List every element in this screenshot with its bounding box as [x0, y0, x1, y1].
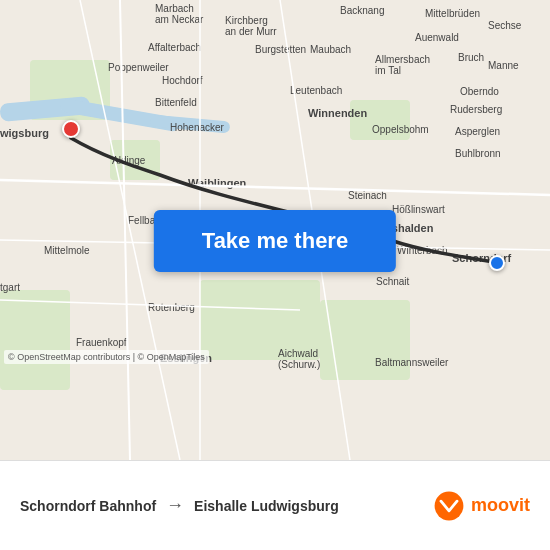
- route-info: Schorndorf Bahnhof → Eishalle Ludwigsbur…: [20, 495, 433, 516]
- town-maubach: Maubach: [310, 44, 351, 55]
- arrow-icon: →: [166, 495, 184, 516]
- town-rudersberg: Rudersberg: [450, 104, 502, 115]
- town-bittenfeld: Bittenfeld: [155, 97, 197, 108]
- town-ludwigsburg: wigsburg: [0, 127, 49, 139]
- town-poppenweiler: Poppenweiler: [108, 62, 169, 73]
- town-winnenden: Winnenden: [308, 107, 367, 119]
- town-allmersbach: Allmersbachim Tal: [375, 54, 430, 76]
- town-bruch: Bruch: [458, 52, 484, 63]
- moovit-logo-text: moovit: [471, 495, 530, 516]
- town-aichwald: Aichwald(Schurw.): [278, 348, 320, 370]
- svg-point-7: [435, 491, 464, 520]
- town-asperglen: Asperglen: [455, 126, 500, 137]
- town-stuttgart: tgart: [0, 282, 20, 293]
- moovit-logo-icon: [433, 490, 465, 522]
- town-oppelsbohm: Oppelsbohm: [372, 124, 429, 135]
- town-marbach: Marbacham Neckar: [155, 3, 203, 25]
- town-winterbach: Winterbach: [397, 245, 448, 256]
- town-leutenbach: Leutenbach: [290, 85, 342, 96]
- town-waiblingen: Waiblingen: [188, 177, 246, 189]
- destination-label: Eishalle Ludwigsburg: [194, 498, 339, 514]
- town-hohenacker: Hohenacker: [170, 122, 224, 133]
- town-sechse: Sechse: [488, 20, 521, 31]
- town-affalterbach: Affalterbach: [148, 42, 201, 53]
- town-oberndo: Oberndo: [460, 86, 499, 97]
- town-frauenkopf: Frauenkopf: [76, 337, 127, 348]
- town-schnait: Schnait: [376, 276, 409, 287]
- town-manne: Manne: [488, 60, 519, 71]
- green-area-4: [320, 300, 410, 380]
- destination-pin: [489, 255, 505, 271]
- town-baltmannsweiler: Baltmannsweiler: [375, 357, 448, 368]
- town-burgstetten: Burgstetten: [255, 44, 306, 55]
- town-hosslinswart: Hößlinswart: [392, 204, 445, 215]
- destination-marker: [489, 255, 505, 271]
- town-rotenberg: Rotenberg: [148, 302, 195, 313]
- moovit-logo: moovit: [433, 490, 530, 522]
- green-area-3: [0, 290, 70, 390]
- map-container: Marbacham Neckar Backnang Mittelbrüden K…: [0, 0, 550, 460]
- bottom-bar: Schorndorf Bahnhof → Eishalle Ludwigsbur…: [0, 460, 550, 550]
- town-aldingen: Aldinge: [112, 155, 145, 166]
- town-hochdorf: Hochdorf: [162, 75, 203, 86]
- town-buhlbronn: Buhlbronn: [455, 148, 501, 159]
- take-me-there-button[interactable]: Take me there: [154, 210, 396, 272]
- town-mittelmole: Mittelmole: [44, 245, 90, 256]
- town-backnang: Backnang: [340, 5, 384, 16]
- town-kirchberg: Kirchbergan der Murr: [225, 15, 277, 37]
- town-steinach: Steinach: [348, 190, 387, 201]
- town-mittelbrueden: Mittelbrüden: [425, 8, 480, 19]
- map-attribution: © OpenStreetMap contributors | © OpenMap…: [4, 350, 209, 364]
- origin-pin: [62, 120, 80, 138]
- town-auenwald: Auenwald: [415, 32, 459, 43]
- origin-label: Schorndorf Bahnhof: [20, 498, 156, 514]
- origin-marker: [62, 120, 80, 138]
